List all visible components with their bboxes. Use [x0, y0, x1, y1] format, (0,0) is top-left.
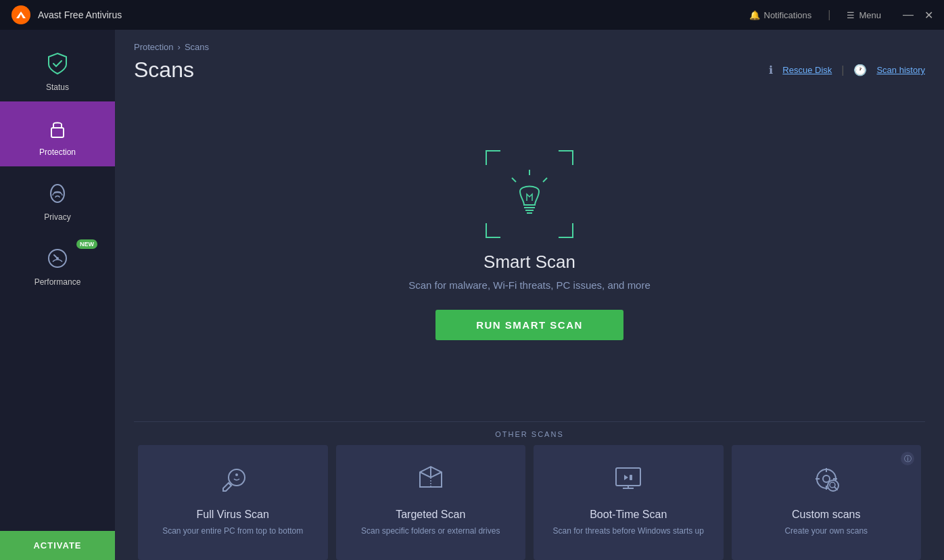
breadcrumb: Protection › Scans	[115, 30, 944, 52]
targeted-scan-title: Targeted Scan	[396, 509, 465, 521]
content-area: Protection › Scans Scans ℹ Rescue Disk |…	[115, 30, 944, 560]
window-controls: — ✕	[903, 9, 933, 22]
privacy-icon-wrap	[43, 179, 72, 208]
app-logo: Avast Free Antivirus	[11, 5, 749, 25]
menu-button[interactable]: ☰ Menu	[847, 10, 881, 20]
boot-time-scan-title: Boot-Time Scan	[590, 509, 667, 521]
corner-tl	[486, 150, 500, 165]
breadcrumb-current: Scans	[185, 42, 209, 52]
sidebar-item-privacy[interactable]: Privacy	[0, 166, 115, 231]
performance-icon-wrap	[43, 243, 72, 273]
protection-icon-wrap	[43, 114, 72, 143]
custom-scans-title: Custom scans	[792, 509, 860, 521]
svg-point-14	[235, 473, 238, 476]
status-icon-wrap	[43, 49, 72, 78]
titlebar: Avast Free Antivirus 🔔 Notifications | ☰…	[0, 0, 944, 30]
run-smart-scan-button[interactable]: RUN SMART SCAN	[435, 310, 623, 340]
sidebar-item-status[interactable]: Status	[0, 37, 115, 101]
corner-br	[559, 223, 573, 238]
boot-time-scan-desc: Scan for threats before Windows starts u…	[553, 525, 704, 537]
smart-scan-area: Smart Scan Scan for malware, Wi-Fi threa…	[115, 83, 944, 421]
breadcrumb-parent[interactable]: Protection	[134, 42, 174, 52]
targeted-scan-desc: Scan specific folders or external drives	[361, 525, 500, 537]
notifications-button[interactable]: 🔔 Notifications	[749, 10, 812, 20]
svg-rect-20	[630, 475, 632, 480]
svg-rect-17	[616, 468, 640, 486]
sidebar-protection-label: Protection	[39, 147, 76, 157]
menu-label: Menu	[859, 10, 881, 20]
app-title: Avast Free Antivirus	[38, 9, 122, 20]
custom-scans-icon	[809, 461, 844, 499]
corner-bl	[486, 223, 500, 238]
svg-point-5	[56, 257, 59, 260]
new-badge: NEW	[76, 239, 97, 249]
lock-icon	[45, 116, 70, 141]
svg-point-12	[229, 469, 245, 486]
sidebar-privacy-label: Privacy	[44, 212, 70, 222]
svg-point-0	[11, 5, 30, 24]
header-actions: ℹ Rescue Disk | 🕐 Scan history	[769, 64, 925, 76]
rescue-disk-link[interactable]: Rescue Disk	[782, 65, 832, 75]
custom-scans-desc: Create your own scans	[784, 525, 868, 537]
minimize-button[interactable]: —	[903, 9, 914, 22]
other-scans-label: OTHER SCANS	[134, 421, 925, 438]
custom-scans-badge: ⓘ	[901, 452, 914, 465]
smart-scan-title: Smart Scan	[483, 252, 575, 273]
sidebar-item-protection[interactable]: Protection	[0, 101, 115, 166]
smart-scan-description: Scan for malware, Wi-Fi threats, PC issu…	[408, 279, 651, 291]
menu-icon: ☰	[847, 10, 855, 20]
full-virus-scan-icon	[215, 461, 250, 499]
rescue-disk-icon: ℹ	[769, 64, 773, 76]
custom-scans-card[interactable]: ⓘ Custom scans	[732, 445, 922, 560]
corner-tr	[559, 150, 573, 165]
titlebar-controls: 🔔 Notifications | ☰ Menu — ✕	[749, 9, 934, 22]
targeted-scan-icon	[413, 461, 448, 499]
speedometer-icon	[45, 246, 70, 271]
header-separator: |	[841, 64, 844, 76]
full-virus-scan-desc: Scan your entire PC from top to bottom	[162, 525, 303, 537]
sidebar-item-performance[interactable]: NEW Performance	[0, 231, 115, 296]
svg-line-7	[512, 178, 516, 182]
sidebar: Status Protection Privacy	[0, 30, 115, 560]
sidebar-performance-label: Performance	[34, 277, 81, 287]
activate-button[interactable]: ACTIVATE	[0, 531, 115, 560]
main-layout: Status Protection Privacy	[0, 30, 944, 560]
notifications-label: Notifications	[764, 10, 812, 20]
bell-icon: 🔔	[749, 10, 760, 20]
titlebar-separator: |	[828, 9, 830, 21]
svg-point-22	[823, 475, 830, 482]
svg-line-8	[543, 178, 547, 182]
sidebar-status-label: Status	[46, 83, 69, 92]
svg-rect-1	[51, 128, 64, 137]
smart-scan-icon	[486, 150, 573, 238]
full-virus-scan-card[interactable]: Full Virus Scan Scan your entire PC from…	[138, 445, 328, 560]
full-virus-scan-title: Full Virus Scan	[197, 509, 269, 521]
page-title: Scans	[134, 57, 194, 83]
svg-point-2	[51, 185, 64, 202]
avast-logo-icon	[11, 5, 31, 25]
boot-time-scan-icon	[611, 461, 646, 499]
page-header: Scans ℹ Rescue Disk | 🕐 Scan history	[115, 52, 944, 83]
scan-cards: Full Virus Scan Scan your entire PC from…	[134, 445, 925, 560]
lightbulb-icon	[506, 167, 552, 221]
targeted-scan-card[interactable]: Targeted Scan Scan specific folders or e…	[336, 445, 526, 560]
scan-history-link[interactable]: Scan history	[876, 65, 925, 75]
fingerprint-icon	[45, 181, 70, 206]
shield-check-icon	[45, 51, 70, 76]
scan-history-icon: 🕐	[853, 64, 867, 76]
breadcrumb-separator: ›	[178, 42, 181, 52]
close-button[interactable]: ✕	[924, 9, 933, 22]
boot-time-scan-card[interactable]: Boot-Time Scan Scan for threats before W…	[534, 445, 724, 560]
